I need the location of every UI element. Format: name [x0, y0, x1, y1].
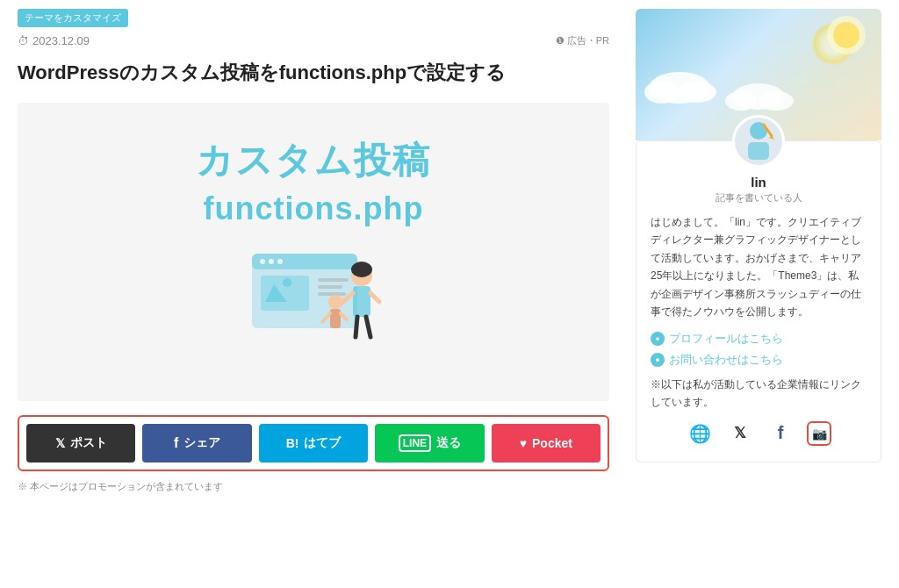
line-icon: LINE	[399, 434, 431, 452]
contact-link[interactable]: ● お問い合わせはこちら	[651, 352, 867, 368]
svg-rect-10	[318, 292, 346, 296]
sidebar-bio: はじめまして。「lin」です。クリエイティブディレクター兼グラフィックデザイナー…	[651, 213, 867, 320]
share-hateb-button[interactable]: B! はてブ	[259, 424, 368, 463]
article-title: WordPressのカスタム投稿をfunctions.phpで設定する	[18, 58, 609, 87]
sidebar-author-name: lin	[651, 175, 867, 190]
share-pocket-button[interactable]: ♥ Pocket	[492, 424, 601, 463]
svg-point-18	[328, 295, 342, 309]
svg-rect-8	[318, 278, 349, 282]
share-line-button[interactable]: LINE 送る	[375, 424, 484, 463]
article-image-text2: functions.php	[204, 190, 424, 227]
instagram-icon[interactable]: 📷	[807, 421, 831, 446]
x-label: ポスト	[70, 435, 107, 451]
x-icon: 𝕏	[55, 436, 65, 450]
clock-icon: ⏱	[18, 34, 29, 47]
sidebar-note: ※以下は私が活動している企業情報にリンクしています。	[651, 376, 867, 410]
facebook-icon: f	[174, 435, 178, 451]
svg-point-30	[833, 22, 859, 48]
svg-point-2	[260, 259, 265, 264]
svg-rect-13	[353, 286, 370, 317]
globe-icon[interactable]: 🌐	[686, 419, 714, 448]
contact-link-label: お問い合わせはこちら	[669, 352, 783, 368]
hateb-icon: B!	[286, 436, 299, 450]
svg-point-28	[759, 91, 794, 111]
svg-point-24	[644, 81, 680, 104]
share-facebook-button[interactable]: f シェア	[142, 424, 251, 463]
contact-link-dot: ●	[651, 353, 665, 367]
svg-point-4	[277, 259, 283, 264]
promo-note: ※ 本ページはプロモーションが含まれています	[18, 480, 609, 493]
article-image-text1: カスタム投稿	[196, 136, 431, 185]
meta-row: ⏱ 2023.12.09 ❶ 広告・PR	[18, 34, 609, 47]
article-illustration	[199, 245, 428, 368]
svg-marker-34	[769, 136, 774, 140]
svg-rect-1	[252, 254, 357, 269]
line-label: 送る	[436, 435, 461, 451]
article-date: 2023.12.09	[32, 34, 90, 47]
pocket-label: Pocket	[532, 436, 572, 450]
profile-link[interactable]: ● プロフィールはこちら	[651, 331, 867, 347]
svg-line-16	[356, 317, 357, 337]
sidebar-author-role: 記事を書いている人	[651, 191, 867, 204]
avatar	[732, 115, 785, 168]
ad-label: ❶ 広告・PR	[556, 34, 609, 47]
svg-point-25	[678, 82, 716, 103]
share-buttons-row: 𝕏 ポスト f シェア B! はてブ LINE 送る ♥ Pocket	[18, 415, 609, 471]
main-content: テーマをカスタマイズ ⏱ 2023.12.09 ❶ 広告・PR WordPres…	[18, 9, 609, 493]
pocket-icon: ♥	[520, 436, 527, 450]
meta-date: ⏱ 2023.12.09	[18, 34, 90, 47]
svg-rect-32	[748, 142, 769, 160]
svg-rect-19	[330, 309, 341, 328]
sidebar: lin 記事を書いている人 はじめまして。「lin」です。クリエイティブディレク…	[636, 9, 881, 493]
x-twitter-icon[interactable]: 𝕏	[726, 419, 754, 448]
svg-point-27	[725, 91, 757, 111]
facebook-label: シェア	[183, 435, 220, 451]
sidebar-social-row: 🌐 𝕏 f 📷	[651, 419, 867, 448]
svg-rect-9	[318, 285, 342, 289]
profile-link-label: プロフィールはこちら	[669, 331, 783, 347]
svg-line-15	[370, 293, 379, 302]
avatar-icon	[741, 120, 776, 162]
hateb-label: はてブ	[304, 435, 341, 451]
sidebar-card: lin 記事を書いている人 はじめまして。「lin」です。クリエイティブディレク…	[636, 140, 881, 463]
avatar-container	[651, 115, 867, 168]
article-image-container: カスタム投稿 functions.php	[18, 103, 609, 401]
customize-badge[interactable]: テーマをカスタマイズ	[18, 9, 128, 27]
svg-point-3	[269, 259, 274, 264]
svg-point-7	[283, 278, 291, 287]
page-wrapper: テーマをカスタマイズ ⏱ 2023.12.09 ❶ 広告・PR WordPres…	[0, 0, 899, 502]
profile-link-dot: ●	[651, 332, 665, 346]
svg-line-17	[366, 317, 370, 337]
share-x-button[interactable]: 𝕏 ポスト	[26, 424, 135, 463]
facebook-social-icon[interactable]: f	[766, 419, 795, 448]
svg-point-12	[351, 262, 372, 277]
